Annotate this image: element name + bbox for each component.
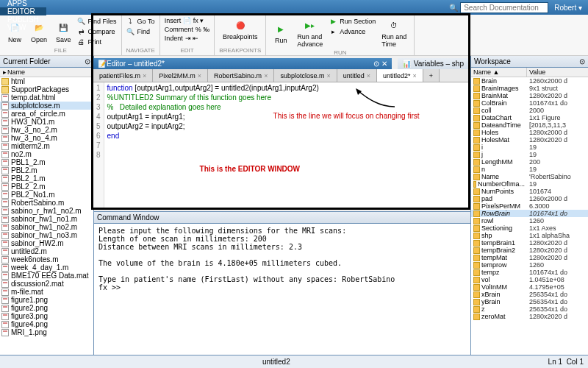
file-item[interactable]: figure4.png — [0, 320, 93, 328]
file-item[interactable]: figure1.png — [0, 296, 93, 304]
code-area[interactable]: 12345678 This is the line we will focus … — [93, 82, 468, 208]
file-item[interactable]: sabinor_hw1_no1.m — [0, 215, 93, 223]
file-item[interactable]: temp.dat.html — [0, 93, 93, 102]
close-icon[interactable]: × — [143, 72, 146, 79]
file-item[interactable]: discussion2.mat — [0, 280, 93, 288]
workspace-item[interactable]: tempz101674x1 do — [471, 269, 588, 276]
file-item[interactable]: subplotclose.m — [0, 102, 93, 110]
pane-menu-icon[interactable]: ⊙ — [85, 57, 90, 66]
file-item[interactable]: PBL2_2.m — [0, 183, 93, 191]
file-icon — [1, 143, 9, 150]
file-item[interactable]: no2.m — [0, 150, 93, 158]
file-icon — [1, 248, 9, 255]
workspace-item[interactable]: xBrain256354x1 do — [471, 291, 588, 298]
editor-tab[interactable]: patientFiles.m× — [93, 69, 153, 82]
file-item[interactable]: sabinor_hw1_no3.m — [0, 231, 93, 239]
workspace-item[interactable]: pad1260x2000 d — [471, 195, 588, 202]
workspace-item[interactable]: NumPoints101674 — [471, 188, 588, 195]
workspace-item[interactable]: Brain1260x2000 d — [471, 77, 588, 85]
user-label[interactable]: Robert ▾ — [548, 4, 588, 12]
workspace-item[interactable]: coll2000 — [471, 107, 588, 114]
file-item[interactable]: PBL1_2.m — [0, 158, 93, 166]
name-header[interactable]: Name — [7, 68, 25, 76]
editor-tab[interactable]: untitled2*× — [377, 69, 423, 82]
file-item[interactable]: BME170 EEG Data.mat — [0, 272, 93, 280]
new-button[interactable]: 📄New — [4, 16, 25, 47]
workspace-item[interactable]: Name'RobertSabino — [471, 173, 588, 180]
variable-icon — [473, 247, 480, 254]
close-icon[interactable]: × — [264, 72, 268, 79]
file-item[interactable]: PBL2_No1.m — [0, 191, 93, 199]
workspace-item[interactable]: Holes1280x2000 d — [471, 129, 588, 136]
close-icon[interactable]: × — [367, 72, 370, 79]
file-item[interactable]: m-file.mat — [0, 288, 93, 296]
file-item[interactable]: week6notes.m — [0, 255, 93, 263]
workspace-item[interactable]: NumberOfIma...19 — [471, 180, 588, 188]
workspace-item[interactable]: n19 — [471, 166, 588, 173]
command-window-body[interactable]: Please input the following dimensions fo… — [94, 224, 470, 294]
workspace-item[interactable]: i19 — [471, 144, 588, 151]
file-item[interactable]: midterm2.m — [0, 142, 93, 150]
close-icon[interactable]: × — [198, 72, 201, 79]
file-item[interactable]: week_4_day_1.m — [0, 263, 93, 272]
editor-block: 📝 Editor – untitled2*⊙ ✕ 📊 Variables – s… — [91, 13, 470, 210]
ws-name-header[interactable]: Name ▲ — [471, 68, 527, 77]
file-item[interactable]: figure3.png — [0, 312, 93, 320]
close-icon[interactable]: × — [413, 72, 417, 79]
editor-tab[interactable]: Pixel2MM.m× — [153, 69, 208, 82]
pane-menu-icon[interactable]: ⊙ — [579, 57, 585, 66]
open-button[interactable]: 📂Open — [28, 16, 50, 47]
file-item[interactable]: figure2.png — [0, 304, 93, 312]
file-icon — [1, 224, 9, 231]
workspace-item[interactable]: shp1x1 alphaSha — [471, 232, 588, 239]
workspace-item[interactable]: zeroMat1280x2020 d — [471, 313, 588, 320]
file-item[interactable]: PBL2_1.m — [0, 174, 93, 183]
file-icon — [1, 329, 9, 336]
editor-tab[interactable]: RobertSabino.m× — [208, 69, 274, 82]
workspace-item[interactable]: PixelsPerMM6.3000 — [471, 202, 588, 210]
file-item[interactable]: HW3_NO1.m — [0, 118, 93, 126]
workspace-item[interactable]: VolInMM4.1795e+05 — [471, 283, 588, 291]
workspace-item[interactable]: temprow1260 — [471, 261, 588, 269]
file-item[interactable]: RobertSabino.m — [0, 199, 93, 207]
file-item[interactable]: area_of_circle.m — [0, 110, 93, 118]
file-item[interactable]: PBL2.m — [0, 166, 93, 174]
workspace-item[interactable]: rowl1260 — [471, 217, 588, 224]
workspace-item[interactable]: BrainMat1280x2020 d — [471, 92, 588, 99]
top-tab-apps[interactable]: APPS — [0, 0, 46, 7]
file-item[interactable]: hw_3_no_2.m — [0, 126, 93, 134]
workspace-item[interactable]: vol1.0451e+08 — [471, 276, 588, 283]
file-item[interactable]: MRI_1.png — [0, 328, 93, 336]
workspace-item[interactable]: tempBrain11280x2020 d — [471, 239, 588, 247]
variable-icon — [473, 269, 480, 276]
file-item[interactable]: hw_3_no_4.m — [0, 134, 93, 142]
file-item[interactable]: sabino_r_hw1_no2.m — [0, 207, 93, 215]
variable-icon — [473, 277, 480, 283]
close-icon[interactable]: × — [326, 72, 330, 79]
file-item[interactable]: sabinor_hw1_no2.m — [0, 223, 93, 231]
workspace-item[interactable]: j19 — [471, 151, 588, 158]
workspace-item[interactable]: yBrain256354x1 do — [471, 298, 588, 305]
editor-tab[interactable]: untitled× — [337, 69, 377, 82]
file-item[interactable]: SupportPackages — [0, 85, 93, 93]
workspace-item[interactable]: ColBrain101674x1 do — [471, 99, 588, 107]
search-input[interactable] — [460, 2, 548, 13]
new-tab-button[interactable]: + — [423, 69, 440, 82]
workspace-item[interactable]: tempBrain21280x2020 d — [471, 247, 588, 254]
ws-value-header[interactable]: Value — [527, 68, 548, 77]
command-window-title: Command Window — [94, 212, 470, 224]
workspace-item[interactable]: RowBrain101674x1 do — [471, 210, 588, 217]
workspace-item[interactable]: DateandTime[2018,3,11,3 — [471, 121, 588, 129]
workspace-item[interactable]: DataChart1x1 Figure — [471, 114, 588, 121]
file-item[interactable]: html — [0, 77, 93, 85]
workspace-item[interactable]: tempMat1280x2020 d — [471, 254, 588, 261]
workspace-item[interactable]: HolesMat1280x2020 d — [471, 136, 588, 144]
workspace-item[interactable]: z256354x1 do — [471, 305, 588, 313]
workspace-item[interactable]: BrainImages9x1 struct — [471, 85, 588, 92]
workspace-item[interactable]: Sectioning1x1 Axes — [471, 224, 588, 232]
file-item[interactable]: untitled2.m — [0, 247, 93, 255]
workspace-item[interactable]: LengthMM200 — [471, 158, 588, 166]
editor-tab[interactable]: subplotclose.m× — [274, 69, 337, 82]
file-item[interactable]: sabinor_HW2.m — [0, 239, 93, 247]
save-button[interactable]: 💾Save — [53, 16, 74, 47]
